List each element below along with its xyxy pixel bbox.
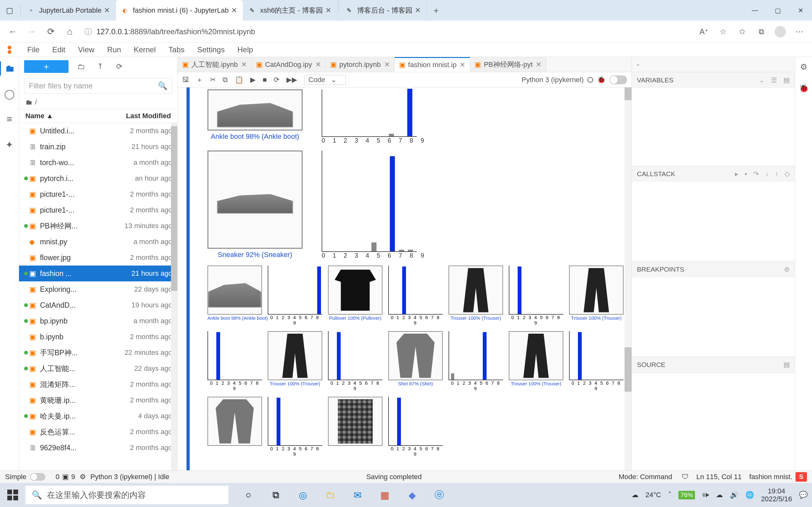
extensions-icon[interactable]: ✦ — [0, 137, 19, 152]
file-row[interactable]: ▣picture1-...2 months ago — [19, 186, 177, 202]
explorer-icon[interactable]: 🗀 — [323, 488, 338, 502]
file-row[interactable]: ▣手写BP神...22 minutes ago — [19, 345, 177, 360]
menu-file[interactable]: File — [21, 45, 46, 54]
browser-tab-cnblogs-admin[interactable]: ✎ 博客后台 - 博客园 ✕ — [340, 0, 426, 20]
file-row[interactable]: ▣CatAndD...19 hours ago — [19, 297, 177, 313]
add-cell-icon[interactable]: ＋ — [196, 75, 203, 84]
breakpoints-icon[interactable]: ⊘ — [784, 266, 790, 273]
wifi-icon[interactable]: 🌐 — [745, 491, 754, 499]
property-inspector-icon[interactable]: ⚙ — [800, 62, 807, 72]
table-icon[interactable]: ▤ — [783, 76, 790, 84]
file-scrollbar[interactable] — [171, 123, 177, 470]
refresh-button[interactable]: ⟳ — [41, 20, 60, 43]
file-row[interactable]: ▣fashion ...21 hours ago — [19, 266, 177, 281]
breakpoints-header[interactable]: BREAKPOINTS ⊘ — [632, 262, 795, 277]
tab-overview-icon[interactable]: ▢ — [0, 0, 19, 20]
file-row[interactable]: 🗎torch-wo...a month ago — [19, 155, 177, 170]
kernel-status-icon[interactable] — [588, 77, 593, 83]
notebook-tab[interactable]: ▣fashion mnist.ip✕ — [395, 57, 470, 72]
file-row[interactable]: ▣哈夫曼.ip...4 days ago — [19, 408, 177, 424]
column-modified[interactable]: Last Modified — [126, 112, 171, 120]
paste-icon[interactable]: 📋 — [235, 76, 243, 84]
breadcrumb[interactable]: 🖿 / — [19, 96, 177, 109]
browser-tab-fashion-mnist[interactable]: ◐ fashion mnist.i (6) - JupyterLab ✕ — [116, 0, 243, 20]
close-icon[interactable]: ✕ — [536, 60, 542, 69]
debug-toggle[interactable] — [609, 75, 627, 84]
step-in-icon[interactable]: ↓ — [765, 170, 769, 178]
pause-icon[interactable]: ▪ — [745, 170, 747, 178]
taskbar-search[interactable]: 🔍 在这里输入你要搜索的内容 — [26, 486, 229, 504]
file-row[interactable]: ▣pytorch.i...an hour ago — [19, 170, 177, 186]
notebook-tab[interactable]: ▣pytorch.ipynb✕ — [326, 57, 395, 72]
network-icon[interactable]: 🕪 — [702, 491, 709, 499]
more-menu-icon[interactable]: ⋯ — [790, 27, 809, 36]
home-button[interactable]: ⌂ — [60, 20, 79, 43]
file-row[interactable]: ▣混淆矩阵...2 months ago — [19, 377, 177, 392]
start-button[interactable] — [0, 483, 26, 507]
source-icon[interactable]: ▤ — [783, 361, 790, 369]
file-row[interactable]: ▣Untitled.i...2 months ago — [19, 123, 177, 139]
file-row[interactable]: ▣picture1-...2 months ago — [19, 202, 177, 218]
toc-icon[interactable]: ≡ — [0, 112, 19, 126]
volume-icon[interactable]: 🔊 — [730, 491, 739, 499]
notebook-tab[interactable]: ▣CatAndDog.ipy✕ — [252, 57, 326, 72]
restart-icon[interactable]: ⟳ — [274, 76, 280, 84]
source-header[interactable]: SOURCE ▤ — [632, 357, 795, 373]
url-input[interactable]: ⓘ 127.0.0.1:8889/lab/tree/fashion%20mnis… — [79, 24, 695, 39]
close-icon[interactable]: ✕ — [231, 6, 237, 14]
run-icon[interactable]: ▶ — [250, 76, 256, 84]
stop-icon[interactable]: ■ — [263, 76, 267, 84]
battery-level[interactable]: 76% — [678, 491, 695, 499]
upload-icon[interactable]: ⤒ — [94, 62, 107, 71]
bug-icon[interactable]: 🐞 — [597, 76, 606, 84]
step-out-icon[interactable]: ↑ — [775, 170, 779, 178]
close-icon[interactable]: ✕ — [315, 60, 321, 69]
running-icon[interactable]: ◯ — [0, 87, 19, 101]
close-icon[interactable]: ✕ — [241, 60, 247, 69]
minimize-button[interactable]: — — [744, 0, 766, 20]
menu-run[interactable]: Run — [101, 45, 128, 54]
debugger-tab[interactable]: - — [632, 57, 795, 72]
file-row[interactable]: ▣人工智能...22 days ago — [19, 360, 177, 377]
tray-expand-icon[interactable]: ˄ — [668, 491, 671, 499]
menu-help[interactable]: Help — [231, 45, 259, 54]
browser-tab-jupyterlab-portable[interactable]: ▫ JupyterLab Portable ✕ — [22, 0, 116, 20]
notification-icon[interactable]: 🛡 — [681, 473, 689, 481]
filter-input[interactable]: Filter files by name 🔍 — [24, 78, 172, 94]
favorite-icon[interactable]: ☆ — [714, 27, 733, 36]
refresh-filebrowser-icon[interactable]: ⟳ — [113, 62, 125, 71]
read-aloud-icon[interactable]: A⁺ — [695, 27, 714, 36]
weather-icon[interactable]: ☁ — [631, 491, 639, 499]
notebook-output[interactable]: Ankle boot 98% (Ankle boot) 0 1 2 3 4 5 … — [177, 88, 631, 470]
continue-icon[interactable]: ▸ — [735, 170, 739, 178]
site-info-icon[interactable]: ⓘ — [84, 26, 92, 37]
browser-tab-cnblogs-home[interactable]: ✎ xsh6的主页 - 博客园 ✕ — [243, 0, 337, 20]
close-window-button[interactable]: ✕ — [789, 0, 812, 20]
profile-button[interactable] — [771, 26, 790, 38]
notifications-icon[interactable]: 💬 — [799, 491, 808, 499]
filebrowser-icon[interactable]: 🖿 — [0, 61, 19, 75]
file-row[interactable]: ▣Exploring...22 days ago — [19, 281, 177, 297]
file-row[interactable]: 🗎train.zip21 hours ago — [19, 139, 177, 155]
notebook-scrollbar[interactable] — [624, 88, 631, 470]
debugger-icon[interactable]: 🐞 — [799, 83, 809, 93]
new-folder-icon[interactable]: 🗀 — [75, 62, 88, 71]
edge-icon[interactable]: ◎ — [296, 488, 310, 502]
file-row[interactable]: ▣b.ipynb2 months ago — [19, 329, 177, 345]
back-button[interactable]: ← — [3, 20, 22, 43]
status-kernel[interactable]: Python 3 (ipykernel) | Idle — [90, 473, 169, 481]
app-icon[interactable]: ◆ — [405, 488, 419, 502]
menu-view[interactable]: View — [72, 45, 101, 54]
kernel-name[interactable]: Python 3 (ipykernel) — [521, 76, 583, 84]
step-over-icon[interactable]: ↷ — [753, 170, 759, 178]
maximize-button[interactable]: ▢ — [766, 0, 789, 20]
jupyter-logo-icon[interactable] — [3, 45, 16, 55]
ime-badge[interactable]: S — [796, 472, 807, 482]
run-all-icon[interactable]: ▶▶ — [287, 76, 297, 84]
close-icon[interactable]: ✕ — [325, 6, 331, 14]
cut-icon[interactable]: ✂ — [210, 76, 216, 84]
file-row[interactable]: ▣flower.jpg2 months ago — [19, 250, 177, 266]
notebook-tab[interactable]: ▣PB神经网络-pyt✕ — [470, 57, 546, 72]
cortana-icon[interactable]: ○ — [241, 488, 256, 502]
close-icon[interactable]: ✕ — [460, 61, 465, 69]
